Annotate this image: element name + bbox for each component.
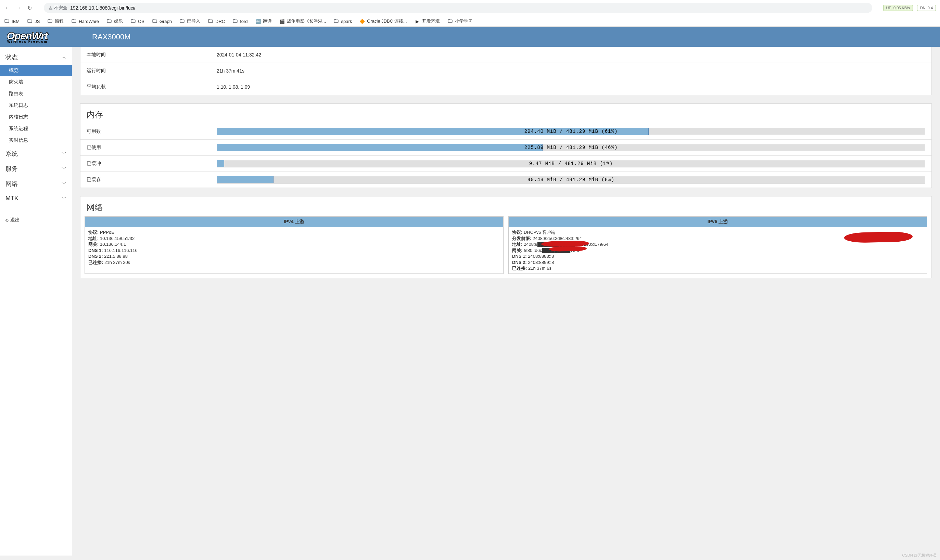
bookmark-label: Graph xyxy=(160,19,172,24)
nav-section-label: 网络 xyxy=(6,180,18,188)
info-row: 运行时间21h 37m 41s xyxy=(80,63,931,79)
info-value: 2024-01-04 11:32:42 xyxy=(217,52,925,57)
bookmark-label: ford xyxy=(240,19,248,24)
memory-bar-text: 225.89 MiB / 481.29 MiB (46%) xyxy=(217,144,925,151)
nav-item[interactable]: 实时信息 xyxy=(0,134,72,146)
net-info-line: DNS 1: 2408:8888::8 xyxy=(512,253,923,260)
bookmark-label: Oracle JDBC 连接... xyxy=(367,18,407,24)
nav-section-header[interactable]: 网络﹀ xyxy=(0,176,72,191)
watermark: CSDN @无极程序员 xyxy=(902,553,937,555)
bookmark-item[interactable]: OS xyxy=(131,18,145,24)
nav-section-label: 系统 xyxy=(6,149,18,158)
nav-item[interactable]: 路由表 xyxy=(0,88,72,100)
bookmark-label: DRC xyxy=(215,19,225,24)
bookmark-label: 开发环境 xyxy=(422,18,440,24)
bookmark-item[interactable]: IBM xyxy=(4,18,20,24)
back-button[interactable]: ← xyxy=(4,5,11,11)
chevron-down-icon: ﹀ xyxy=(62,195,66,202)
download-speed-badge: DN: 0.4 xyxy=(917,5,936,11)
memory-row: 已缓存40.48 MiB / 481.29 MiB (8%) xyxy=(80,172,931,188)
bookmark-item[interactable]: 🔶Oracle JDBC 连接... xyxy=(359,18,407,24)
bookmark-item[interactable]: JS xyxy=(27,18,40,24)
bookmark-item[interactable]: HardWare xyxy=(71,18,99,24)
main-layout: 状态︿概览防火墙路由表系统日志内核日志系统进程实时信息系统﹀服务﹀网络﹀MTK﹀… xyxy=(0,47,940,555)
bookmark-item[interactable]: ford xyxy=(232,18,248,24)
nav-item[interactable]: 概览 xyxy=(0,65,72,76)
memory-label: 已缓冲 xyxy=(87,160,217,167)
logout-icon: ⎋ xyxy=(6,217,8,223)
logo: OpenWrt Wireless Freedom xyxy=(7,30,48,43)
security-label: 不安全 xyxy=(54,5,68,11)
bookmark-label: 编程 xyxy=(55,18,64,24)
memory-bar: 225.89 MiB / 481.29 MiB (46%) xyxy=(217,144,925,151)
net-info-line: DNS 1: 116.116.116.116 xyxy=(88,248,500,254)
reload-button[interactable]: ↻ xyxy=(26,5,33,11)
content: 本地时间2024-01-04 11:32:42运行时间21h 37m 41s平均… xyxy=(72,47,940,555)
forward-button[interactable]: → xyxy=(15,5,22,11)
bookmark-item[interactable]: 🎬战争电影《长津湖... xyxy=(279,18,326,24)
browser-chrome: ← → ↻ ⚠ 不安全 192.168.10.1:8080/cgi-bin/lu… xyxy=(0,0,940,27)
bookmark-item[interactable]: 娱乐 xyxy=(106,18,123,24)
nav-section-label: 服务 xyxy=(6,165,18,173)
bookmarks-bar: IBMJS编程HardWare娱乐OSGraph已导入DRCford🔤翻译🎬战争… xyxy=(0,16,940,27)
bookmark-label: IBM xyxy=(12,19,20,24)
info-label: 本地时间 xyxy=(87,52,217,58)
sidebar: 状态︿概览防火墙路由表系统日志内核日志系统进程实时信息系统﹀服务﹀网络﹀MTK﹀… xyxy=(0,47,72,555)
nav-section: MTK﹀ xyxy=(0,191,72,205)
network-title: 网络 xyxy=(80,197,931,216)
nav-item[interactable]: 防火墙 xyxy=(0,76,72,88)
nav-section: 状态︿概览防火墙路由表系统日志内核日志系统进程实时信息 xyxy=(0,50,72,146)
net-info-line: DNS 2: 2408:8899::8 xyxy=(512,260,923,266)
bookmark-label: OS xyxy=(138,19,145,24)
info-value: 21h 37m 41s xyxy=(217,68,925,74)
nav-item[interactable]: 系统日志 xyxy=(0,100,72,111)
memory-label: 可用数 xyxy=(87,128,217,134)
chevron-down-icon: ﹀ xyxy=(62,181,66,187)
logout-label: 退出 xyxy=(10,217,20,223)
bookmark-item[interactable]: Graph xyxy=(152,18,172,24)
nav-section: 系统﹀ xyxy=(0,146,72,161)
net-info-line: 已连接: 21h 37m 6s xyxy=(512,265,923,271)
memory-bar: 294.40 MiB / 481.29 MiB (61%) xyxy=(217,128,925,135)
bookmark-item[interactable]: 小学学习 xyxy=(448,18,473,24)
memory-row: 可用数294.40 MiB / 481.29 MiB (61%) xyxy=(80,123,931,140)
browser-toolbar: ← → ↻ ⚠ 不安全 192.168.10.1:8080/cgi-bin/lu… xyxy=(0,0,940,16)
ipv4-card-body: 协议: PPPoE地址: 10.136.158.51/32网关: 10.136.… xyxy=(85,227,503,267)
bookmark-item[interactable]: 🔤翻译 xyxy=(255,18,272,24)
net-info-line: 协议: PPPoE xyxy=(88,229,500,235)
bookmark-label: 小学学习 xyxy=(455,18,473,24)
nav-section-label: MTK xyxy=(6,195,18,202)
net-info-line: 网关: 10.136.144.1 xyxy=(88,241,500,248)
url-bar[interactable]: ⚠ 不安全 192.168.10.1:8080/cgi-bin/luci/ xyxy=(44,3,872,13)
nav-section-header[interactable]: 系统﹀ xyxy=(0,146,72,161)
info-label: 平均负载 xyxy=(87,84,217,90)
nav-section-header[interactable]: 服务﹀ xyxy=(0,161,72,176)
nav-item[interactable]: 系统进程 xyxy=(0,123,72,134)
memory-bar: 9.47 MiB / 481.29 MiB (1%) xyxy=(217,160,925,168)
memory-label: 已使用 xyxy=(87,145,217,151)
chevron-down-icon: ﹀ xyxy=(62,151,66,157)
bookmark-item[interactable]: 编程 xyxy=(47,18,64,24)
memory-bar-text: 40.48 MiB / 481.29 MiB (8%) xyxy=(217,176,925,183)
bookmark-item[interactable]: ▶开发环境 xyxy=(415,18,440,24)
bookmark-item[interactable]: DRC xyxy=(208,18,225,24)
bookmark-label: 翻译 xyxy=(263,18,272,24)
nav-section-header[interactable]: 状态︿ xyxy=(0,50,72,65)
memory-bar-text: 9.47 MiB / 481.29 MiB (1%) xyxy=(217,160,925,167)
info-label: 运行时间 xyxy=(87,68,217,74)
bookmark-favicon: ▶ xyxy=(415,18,420,24)
nav-item[interactable]: 内核日志 xyxy=(0,111,72,123)
memory-title: 内存 xyxy=(80,104,931,123)
ipv4-card-title: IPv4 上游 xyxy=(85,217,503,227)
bookmark-item[interactable]: spark xyxy=(334,18,352,24)
bookmark-item[interactable]: 已导入 xyxy=(179,18,200,24)
logout-button[interactable]: ⎋退出 xyxy=(0,212,72,228)
model-name: RAX3000M xyxy=(92,32,131,42)
logo-main: OpenWrt xyxy=(7,30,48,42)
ipv6-card-title: IPv6 上游 xyxy=(509,217,927,227)
nav-section-header[interactable]: MTK﹀ xyxy=(0,191,72,205)
url-text: 192.168.10.1:8080/cgi-bin/luci/ xyxy=(70,5,868,11)
network-panel: 网络 IPv4 上游 协议: PPPoE地址: 10.136.158.51/32… xyxy=(80,196,932,278)
info-value: 1.10, 1.08, 1.09 xyxy=(217,84,925,90)
warning-icon: ⚠ xyxy=(49,6,53,11)
